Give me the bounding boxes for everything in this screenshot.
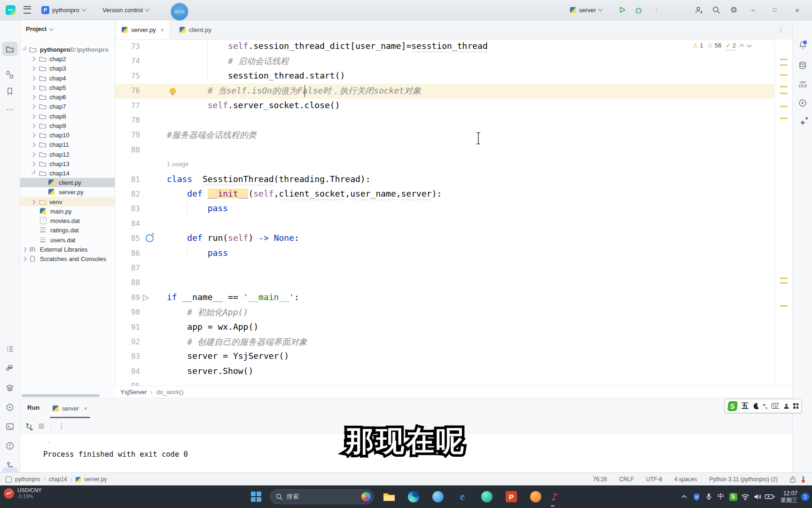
- run-line-icon[interactable]: ▷: [143, 293, 149, 302]
- tree-item-chap2[interactable]: chap2: [20, 54, 115, 64]
- tree-item-chap3[interactable]: chap3: [20, 64, 115, 73]
- tray-security-shield-icon[interactable]: [690, 493, 703, 501]
- code-with-me-button[interactable]: [695, 0, 703, 20]
- taskbar-app-app-orange[interactable]: [529, 490, 542, 503]
- tree-item-chap10[interactable]: chap10: [20, 130, 115, 140]
- tree-chevron-icon[interactable]: [22, 247, 27, 252]
- run-config-selector[interactable]: server: [570, 0, 602, 20]
- code-editor[interactable]: ⚠ 1 ⚠ 56 ✓ 2 73self.session_thread_dict[…: [115, 40, 774, 386]
- sidebar-item-services[interactable]: [2, 400, 18, 414]
- rightbar-item-charts[interactable]: [796, 78, 809, 90]
- search-everywhere-button[interactable]: [712, 0, 720, 20]
- tray-volume-icon[interactable]: [751, 493, 764, 500]
- tree-item-scratches-and-consoles[interactable]: Scratches and Consoles: [20, 254, 115, 263]
- maximize-button[interactable]: □: [773, 0, 787, 20]
- tree-chevron-icon[interactable]: [31, 66, 36, 71]
- status-widget[interactable]: CRLF: [619, 476, 634, 483]
- tree-item-chap6[interactable]: chap6: [20, 92, 115, 102]
- inspections-widget[interactable]: ⚠ 1 ⚠ 56 ✓ 2: [693, 42, 751, 49]
- main-menu-icon[interactable]: [23, 0, 31, 20]
- sogou-logo-icon[interactable]: S: [727, 401, 738, 411]
- tree-item-users-dat[interactable]: users.dat: [20, 235, 115, 245]
- night-mode-icon[interactable]: [753, 403, 759, 409]
- tree-item-server-py[interactable]: server.py: [20, 187, 115, 197]
- stripe-warning-mark[interactable]: [780, 118, 788, 119]
- project-panel-header[interactable]: Project: [26, 25, 53, 32]
- notification-badge[interactable]: 1: [801, 493, 809, 501]
- tree-chevron-icon[interactable]: [31, 133, 36, 138]
- taskbar-app-music[interactable]: ♪: [548, 490, 561, 503]
- prev-problem-icon[interactable]: [740, 44, 744, 48]
- console-fold-icon[interactable]: ⌃: [46, 441, 51, 447]
- next-problem-icon[interactable]: [747, 42, 752, 47]
- horizontal-scrollbar[interactable]: [22, 394, 100, 397]
- taskbar-search[interactable]: 搜索: [270, 489, 374, 504]
- tray-chevron-up-icon[interactable]: [678, 494, 690, 499]
- menu-grid-icon[interactable]: [793, 403, 798, 409]
- tree-item-chap7[interactable]: chap7: [20, 102, 115, 111]
- tree-item-chap14[interactable]: chap14: [20, 168, 115, 178]
- tray-microphone-icon[interactable]: [703, 493, 715, 500]
- sidebar-item-problems[interactable]: [2, 439, 18, 453]
- tree-chevron-icon[interactable]: [31, 152, 36, 157]
- thermometer-icon[interactable]: [801, 476, 805, 483]
- breadcrumb-class[interactable]: YsjServer: [120, 389, 147, 396]
- taskbar-app-browser-blue[interactable]: [431, 490, 445, 503]
- more-actions-icon[interactable]: ⋮: [653, 0, 659, 20]
- taskbar-app-app-teal[interactable]: [480, 490, 493, 503]
- status-breadcrumb[interactable]: pythonpro›chap14›server.py: [6, 476, 107, 483]
- sidebar-item-commit[interactable]: [2, 68, 18, 82]
- tree-item-chap13[interactable]: chap13: [20, 159, 115, 168]
- toolbar-more-icon[interactable]: ⋮: [58, 422, 65, 430]
- tree-item-chap8[interactable]: chap8: [20, 111, 115, 121]
- rightbar-item-database[interactable]: [796, 59, 809, 71]
- tree-chevron-icon[interactable]: [31, 143, 36, 147]
- status-widgets[interactable]: 76:28CRLFUTF-84 spacesPython 3.11 (pytho…: [593, 476, 805, 483]
- run-tab-server[interactable]: server ×: [48, 398, 92, 418]
- tray-battery-icon[interactable]: [764, 493, 776, 500]
- tray-wifi-icon[interactable]: [739, 493, 751, 500]
- stripe-warning-mark[interactable]: [780, 59, 788, 60]
- tray-sogou-icon[interactable]: S: [727, 493, 739, 501]
- tree-chevron-icon[interactable]: [31, 76, 36, 80]
- punctuation-mode-icon[interactable]: °,: [763, 403, 767, 410]
- stripe-warning-mark[interactable]: [780, 278, 788, 279]
- tree-chevron-icon[interactable]: [31, 95, 36, 100]
- tree-item-chap9[interactable]: chap9: [20, 121, 115, 130]
- status-widget[interactable]: 76:28: [593, 476, 607, 483]
- status-widget[interactable]: 4 spaces: [674, 476, 697, 483]
- tree-item-chap5[interactable]: chap5: [20, 83, 115, 92]
- tab-options-icon[interactable]: ⋮: [778, 26, 784, 33]
- stripe-warning-mark[interactable]: [780, 86, 788, 87]
- stop-button[interactable]: [39, 423, 44, 429]
- sidebar-item-terminal[interactable]: [2, 420, 18, 434]
- tree-item-pythonpro[interactable]: pythonpro D:\pythonpro: [20, 45, 115, 54]
- sidebar-item-todo[interactable]: [2, 342, 18, 356]
- breadcrumb[interactable]: YsjServer › do_work(): [115, 386, 792, 398]
- sidebar-item-python-packages[interactable]: [2, 362, 18, 376]
- taskbar-app-edge[interactable]: [407, 490, 420, 503]
- sidebar-item-more[interactable]: ⋯: [2, 102, 18, 116]
- tree-item-movies-dat[interactable]: ?movies.dat: [20, 216, 115, 225]
- vcs-widget[interactable]: Version control: [102, 0, 149, 20]
- status-path-item[interactable]: server.py: [84, 476, 107, 483]
- close-button[interactable]: ×: [795, 0, 809, 20]
- minimize-button[interactable]: −: [751, 0, 765, 20]
- stripe-warning-mark[interactable]: [780, 93, 788, 94]
- tree-chevron-icon[interactable]: [31, 85, 36, 90]
- tree-chevron-icon[interactable]: [31, 161, 36, 166]
- tree-item-chap11[interactable]: chap11: [20, 140, 115, 149]
- sidebar-item-python-console[interactable]: [2, 381, 18, 395]
- tree-item-venv[interactable]: venv: [20, 197, 115, 206]
- stripe-warning-mark[interactable]: [780, 74, 788, 76]
- stripe-warning-mark[interactable]: [780, 282, 788, 284]
- tab-server-py[interactable]: server.py ×: [116, 20, 170, 40]
- run-console[interactable]: ⌃ Process finished with exit code 0: [20, 434, 792, 473]
- tree-item-client-py[interactable]: client.py: [20, 178, 115, 187]
- sidebar-item-project[interactable]: [2, 42, 18, 56]
- tray-ime-cn-icon[interactable]: 中: [715, 492, 727, 501]
- stripe-warning-mark[interactable]: [780, 106, 788, 107]
- tree-item-chap4[interactable]: chap4: [20, 73, 115, 83]
- rightbar-item-notifications[interactable]: [796, 40, 809, 52]
- tree-chevron-icon[interactable]: [31, 104, 36, 109]
